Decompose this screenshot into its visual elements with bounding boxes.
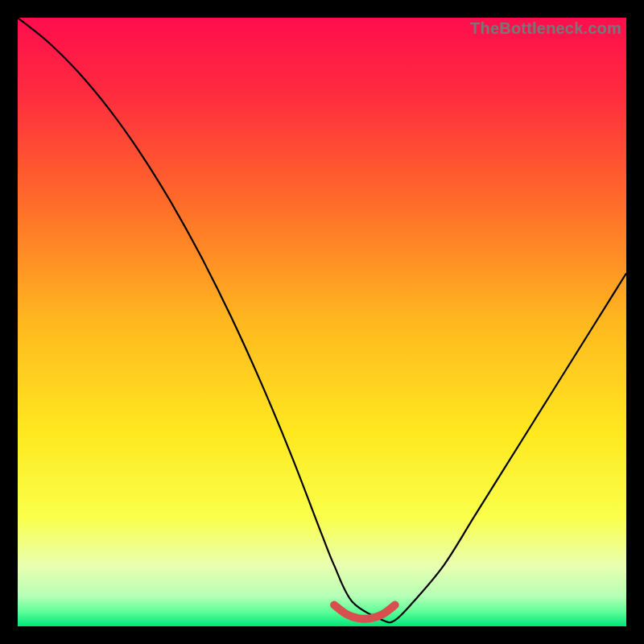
bottleneck-chart — [18, 18, 626, 626]
watermark-text: TheBottleneck.com — [470, 19, 621, 38]
chart-frame: TheBottleneck.com — [18, 18, 626, 626]
